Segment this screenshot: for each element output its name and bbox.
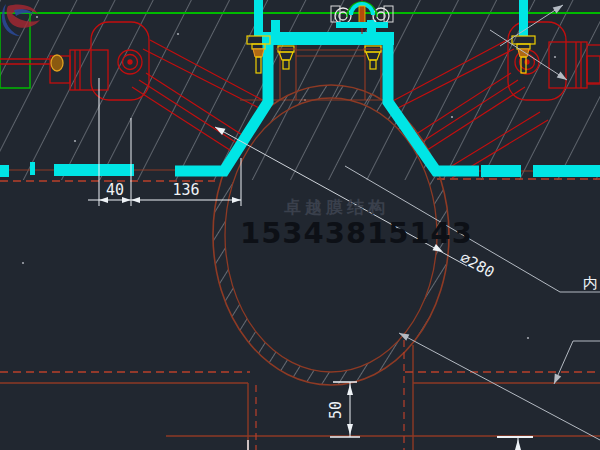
leader-inner-label: 内 (583, 274, 598, 292)
channel-top-flange (262, 32, 394, 45)
dim-50-label: 50 (327, 401, 345, 419)
dim-136-label: 136 (172, 181, 199, 199)
cad-canvas[interactable]: 40 136 ∅280 50 内 (0, 0, 600, 450)
dim-40-label: 40 (106, 181, 124, 199)
cad-drawing-area[interactable]: 40 136 ∅280 50 内 卓越膜结构 153438151 (0, 0, 600, 450)
pin-bolt-left-icon (51, 55, 63, 71)
